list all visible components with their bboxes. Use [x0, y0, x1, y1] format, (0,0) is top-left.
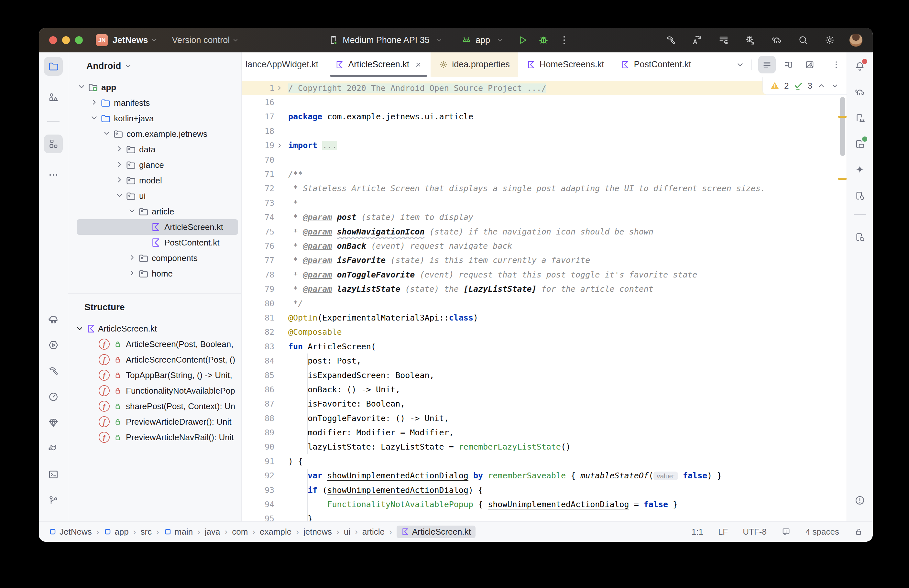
- tool-window-button-running-devices[interactable]: [851, 134, 869, 153]
- unlock-icon[interactable]: [854, 527, 863, 536]
- tool-window-button-project[interactable]: [44, 57, 63, 76]
- tree-chevron-icon[interactable]: [115, 191, 124, 200]
- tool-window-button-structure[interactable]: [44, 134, 63, 153]
- tree-item-app[interactable]: app: [77, 79, 238, 95]
- code-text[interactable]: }: [285, 514, 313, 522]
- indent-setting[interactable]: 4 spaces: [806, 527, 839, 537]
- tree-item-article[interactable]: article: [77, 204, 238, 219]
- tab-PostContent.kt[interactable]: PostContent.kt: [612, 52, 699, 77]
- code-text[interactable]: var showUnimplementedActionDialog by rem…: [285, 471, 722, 480]
- structure-item[interactable]: fPreviewArticleNavRail(): Unit: [68, 430, 241, 445]
- breadcrumb-item-article[interactable]: article: [362, 527, 384, 537]
- breadcrumb-item-java[interactable]: java: [205, 527, 220, 537]
- tool-window-button-profiler[interactable]: [44, 388, 63, 406]
- structure-chevron-icon[interactable]: [75, 324, 84, 333]
- next-problem-icon[interactable]: [830, 81, 840, 90]
- split-view-button[interactable]: [780, 56, 797, 73]
- tree-item-data[interactable]: data: [77, 142, 238, 157]
- breadcrumb-item-ArticleScreen.kt[interactable]: ArticleScreen.kt: [397, 526, 476, 538]
- tree-chevron-icon[interactable]: [89, 113, 99, 123]
- attach-debugger-icon[interactable]: [745, 35, 756, 45]
- tree-chevron-icon[interactable]: [102, 128, 111, 138]
- tool-window-button-device-manager-2[interactable]: [851, 109, 869, 128]
- structure-item[interactable]: fFunctionalityNotAvailablePop: [68, 383, 241, 399]
- code-text[interactable]: package com.example.jetnews.ui.article: [285, 112, 473, 121]
- tree-item-kotlin+java[interactable]: kotlin+java: [77, 111, 238, 126]
- inspections-widget-icon[interactable]: [781, 527, 791, 536]
- design-view-button[interactable]: [801, 56, 819, 73]
- breadcrumb-item-example[interactable]: example: [260, 527, 291, 537]
- warning-stripe-mark[interactable]: [838, 178, 846, 180]
- code-text[interactable]: post: Post,: [285, 356, 361, 365]
- fold-arrow-icon[interactable]: [276, 84, 283, 92]
- line-ending[interactable]: LF: [718, 527, 728, 537]
- code-text[interactable]: if (showUnimplementedActionDialog) {: [285, 485, 483, 495]
- tree-item-model[interactable]: model: [77, 173, 238, 188]
- tree-chevron-icon[interactable]: [115, 175, 124, 185]
- tree-chevron-icon[interactable]: [127, 268, 137, 278]
- device-selector[interactable]: Medium Phone API 35: [328, 35, 443, 45]
- breadcrumb-item-com[interactable]: com: [232, 527, 248, 537]
- tool-window-button-version-control[interactable]: [44, 491, 63, 510]
- prev-problem-icon[interactable]: [817, 81, 826, 90]
- tool-window-button-more-tool-windows[interactable]: [44, 166, 63, 184]
- breadcrumb-item-main[interactable]: main: [164, 527, 193, 537]
- passed-count[interactable]: 3: [808, 81, 812, 91]
- build-project-icon[interactable]: [665, 35, 676, 45]
- tree-chevron-icon[interactable]: [127, 253, 137, 262]
- code-text[interactable]: @OptIn(ExperimentalMaterial3Api::class): [285, 313, 478, 323]
- code-text[interactable]: lazyListState: LazyListState = rememberL…: [285, 442, 571, 452]
- code-text[interactable]: */: [285, 299, 303, 308]
- tree-chevron-icon[interactable]: [127, 206, 137, 216]
- breadcrumb-item-ui[interactable]: ui: [344, 527, 350, 537]
- code-text[interactable]: / Copyright 2020 The Android Open Source…: [285, 84, 546, 93]
- tree-item-glance[interactable]: glance: [77, 157, 238, 173]
- tool-window-button-logcat[interactable]: [44, 439, 63, 458]
- tool-window-button-notifications[interactable]: [851, 57, 869, 76]
- tab-ArticleScreen.kt[interactable]: ArticleScreen.kt: [327, 52, 431, 77]
- code-text[interactable]: modifier: Modifier = Modifier,: [285, 428, 454, 437]
- tab-idea.properties[interactable]: idea.properties: [431, 52, 518, 77]
- minimize-window-button[interactable]: [62, 36, 70, 44]
- structure-root[interactable]: ArticleScreen.kt: [68, 321, 241, 336]
- tool-window-button-resource-manager[interactable]: [44, 88, 63, 107]
- more-actions-icon[interactable]: [559, 35, 570, 45]
- breadcrumb-item-JetNews[interactable]: JetNews: [48, 527, 92, 537]
- debug-button[interactable]: [538, 35, 549, 45]
- code-text[interactable]: FunctionalityNotAvailablePopup { showUni…: [285, 500, 678, 509]
- search-everywhere-icon[interactable]: [798, 35, 809, 45]
- breadcrumb-item-src[interactable]: src: [140, 527, 152, 537]
- tool-window-button-problems[interactable]: [851, 491, 869, 510]
- settings-icon[interactable]: [824, 35, 835, 45]
- code-text[interactable]: onToggleFavorite: () -> Unit,: [285, 414, 449, 423]
- tree-chevron-icon[interactable]: [115, 160, 124, 169]
- tree-item-manifests[interactable]: manifests: [77, 95, 238, 111]
- tree-chevron-icon[interactable]: [89, 97, 99, 107]
- run-button[interactable]: [517, 35, 528, 45]
- code-text[interactable]: ) {: [285, 457, 303, 466]
- structure-item[interactable]: fArticleScreenContent(Post, (): [68, 352, 241, 367]
- project-view-selector[interactable]: Android: [68, 52, 241, 79]
- warning-count[interactable]: 2: [784, 81, 789, 91]
- code-text[interactable]: @Composable: [285, 327, 342, 337]
- tool-window-button-build[interactable]: [44, 362, 63, 380]
- tab-lanceAppWidget.kt[interactable]: lanceAppWidget.kt: [242, 52, 327, 77]
- breadcrumb-item-jetnews[interactable]: jetnews: [304, 527, 332, 537]
- code-text[interactable]: * @param post (state) item to display: [285, 213, 473, 222]
- tree-item-com.example.jetnews[interactable]: com.example.jetnews: [77, 126, 238, 142]
- project-name[interactable]: JetNews: [113, 35, 148, 45]
- code-text[interactable]: onBack: () -> Unit,: [285, 385, 400, 394]
- project-chevron-icon[interactable]: [150, 36, 158, 44]
- code-text[interactable]: * @param lazyListState (state) the [Lazy…: [285, 284, 654, 294]
- code-text[interactable]: *: [285, 198, 298, 208]
- breadcrumb-item-app[interactable]: app: [103, 527, 128, 537]
- tree-item-PostContent.kt[interactable]: PostContent.kt: [77, 235, 238, 250]
- apply-code-changes-icon[interactable]: [718, 35, 729, 45]
- code-text[interactable]: * @param onToggleFavorite (event) reques…: [285, 270, 697, 279]
- avatar[interactable]: [849, 34, 862, 47]
- tool-window-button-gradle[interactable]: [851, 83, 869, 102]
- more-tabs-chevron-icon[interactable]: [735, 60, 745, 69]
- tool-window-button-device-explorer[interactable]: [851, 228, 869, 246]
- vcs-widget[interactable]: Version control: [172, 35, 240, 45]
- close-window-button[interactable]: [49, 36, 57, 44]
